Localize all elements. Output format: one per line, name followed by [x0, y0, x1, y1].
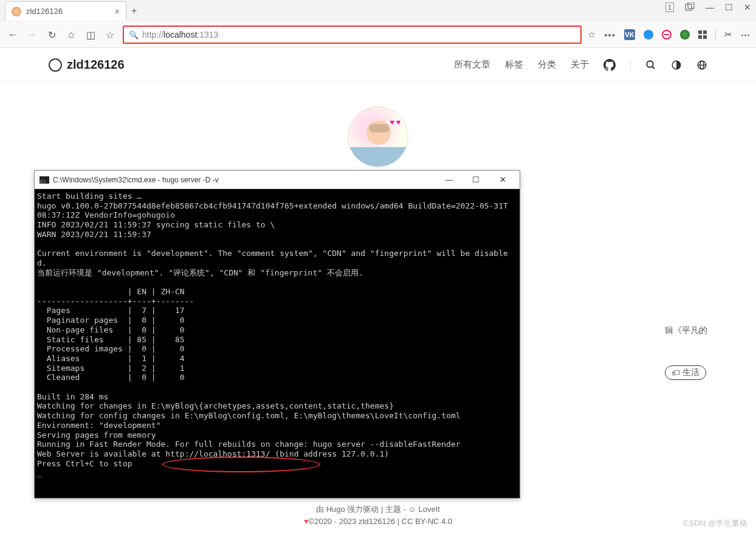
terminal-output[interactable]: Start building sites … hugo v0.100.0-27b… — [35, 189, 520, 498]
nav-about[interactable]: 关于 — [571, 59, 589, 71]
scissors-icon[interactable]: ✂ — [724, 29, 732, 40]
tab-title: zld126126 — [26, 7, 63, 16]
site-logo[interactable]: zld126126 — [49, 58, 125, 72]
nav-tags[interactable]: 标签 — [505, 59, 523, 71]
tab-close-icon[interactable]: × — [114, 6, 120, 16]
tag-label: 生活 — [682, 367, 699, 378]
window-maximize-icon[interactable]: ☐ — [725, 2, 733, 12]
svg-rect-0 — [686, 4, 692, 10]
svg-rect-1 — [688, 2, 694, 9]
tag-icon: 🏷 — [672, 368, 680, 378]
csdn-watermark: CSDN @学生董格 — [683, 518, 747, 529]
toolbar-divider — [715, 29, 716, 40]
nav-back-icon[interactable]: ← — [6, 29, 19, 40]
edit-link-text[interactable]: 辑《平凡的 — [665, 325, 707, 335]
avatar-body — [348, 147, 408, 167]
life-tag-chip[interactable]: 🏷 生活 — [665, 365, 706, 380]
site-footer: 由 Hugo 强力驱动 | 主题 - ☺ LoveIt ♥©2020 - 202… — [0, 503, 756, 528]
site-title: zld126126 — [67, 58, 125, 72]
url-bar[interactable]: 🔍 http://localhost:1313 — [123, 26, 582, 44]
url-text: http://localhost:1313 — [142, 30, 218, 40]
footer-line1: 由 Hugo 强力驱动 | 主题 - ☺ LoveIt — [0, 503, 756, 516]
browser-toolbar: ← → ↻ ⌂ ◫ ☆ 🔍 http://localhost:1313 ☆ ••… — [0, 22, 756, 47]
avatar-hearts-icon: ♥ ♥ — [390, 118, 400, 126]
nav-categories[interactable]: 分类 — [538, 59, 556, 71]
adblock-extension-icon[interactable] — [662, 30, 672, 40]
footer-hugo-link[interactable]: Hugo — [326, 505, 345, 514]
red-oval-annotation — [162, 457, 320, 472]
svg-line-3 — [652, 66, 655, 69]
theme-toggle-icon[interactable] — [671, 60, 682, 71]
window-close-icon[interactable]: ✕ — [744, 2, 751, 12]
nav-reload-icon[interactable]: ↻ — [45, 29, 58, 41]
nav-shield-icon[interactable]: ◫ — [84, 29, 97, 41]
footer-license-link[interactable]: CC BY-NC 4.0 — [402, 517, 452, 526]
new-tab-button[interactable]: + — [131, 5, 137, 16]
favicon-icon — [12, 7, 21, 16]
footer-loveit-link[interactable]: LoveIt — [418, 505, 439, 514]
more-menu-icon[interactable]: ⋯ — [741, 29, 750, 40]
nav-forward-icon: → — [26, 29, 39, 40]
blue-extension-icon[interactable] — [644, 30, 653, 40]
window-controls: 1 — ☐ ✕ — [665, 2, 751, 12]
toolbar-extensions: ☆ ••• VK ✂ ⋯ — [588, 29, 750, 40]
nav-separator — [630, 60, 631, 71]
nav-star-icon[interactable]: ☆ — [103, 29, 117, 41]
footer-face-icon: ☺ — [408, 505, 419, 514]
apps-grid-icon[interactable] — [698, 30, 707, 39]
search-icon: 🔍 — [129, 30, 139, 40]
nav-home-icon[interactable]: ⌂ — [64, 29, 78, 40]
vk-extension-icon[interactable]: VK — [624, 29, 635, 40]
overflow-menu-icon[interactable]: ••• — [604, 30, 616, 40]
post-sidebar: 辑《平凡的 🏷 生活 — [665, 325, 707, 380]
terminal-titlebar[interactable]: C:\Windows\System32\cmd.exe - hugo serve… — [35, 171, 520, 189]
browser-tab[interactable]: zld126126 × — [5, 1, 126, 21]
window-minimize-icon[interactable]: — — [706, 2, 714, 12]
github-icon[interactable] — [603, 59, 616, 71]
site-nav: 所有文章 标签 分类 关于 — [454, 59, 707, 71]
terminal-minimize-icon[interactable]: — — [437, 172, 461, 188]
cmd-icon — [40, 176, 49, 184]
footer-line2: ♥©2020 - 2023 zld126126 | CC BY-NC 4.0 — [0, 516, 756, 528]
browser-chrome: zld126126 × + 1 — ☐ ✕ ← → ↻ ⌂ ◫ ☆ 🔍 http… — [0, 0, 756, 48]
language-icon[interactable] — [696, 60, 707, 71]
terminal-maximize-icon[interactable]: ☐ — [464, 172, 488, 188]
terminal-window-controls: — ☐ ✕ — [437, 172, 515, 188]
tab-bar: zld126126 × + 1 — ☐ ✕ — [0, 0, 756, 22]
nav-all-posts[interactable]: 所有文章 — [454, 59, 490, 71]
terminal-window: C:\Windows\System32\cmd.exe - hugo serve… — [34, 170, 520, 499]
author-avatar[interactable]: ♥ ♥ — [348, 106, 408, 167]
globe-extension-icon[interactable] — [680, 30, 690, 40]
workspace-icon[interactable] — [685, 2, 695, 12]
svg-point-2 — [647, 61, 653, 67]
site-header: zld126126 所有文章 标签 分类 关于 — [0, 48, 756, 82]
tab-count-badge[interactable]: 1 — [665, 2, 674, 12]
bookmark-star-icon[interactable]: ☆ — [588, 29, 596, 40]
site-search-icon[interactable] — [645, 60, 656, 71]
terminal-title: C:\Windows\System32\cmd.exe - hugo serve… — [53, 176, 219, 184]
heart-icon: ♥ — [304, 517, 309, 526]
page-content: ♥ ♥ 辑《平凡的 🏷 生活 — [0, 82, 756, 167]
terminal-close-icon[interactable]: ✕ — [490, 172, 515, 188]
logo-face-icon — [49, 58, 62, 72]
